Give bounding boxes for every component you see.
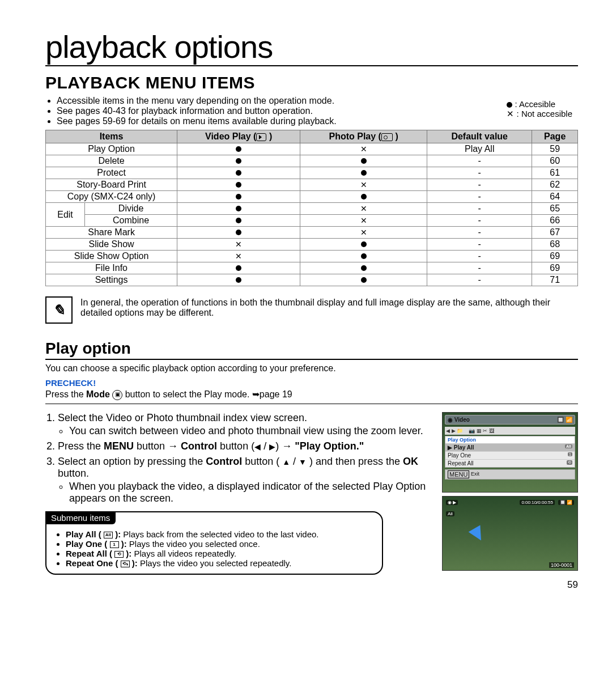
file-number: 100-0001 bbox=[549, 562, 574, 568]
cross-icon: ✕ bbox=[300, 227, 427, 239]
cross-icon: ✕ bbox=[300, 203, 427, 215]
note-block: ✎ In general, the operation of functions… bbox=[45, 296, 578, 324]
dot-icon bbox=[236, 194, 241, 200]
submenu-item: Repeat All ( ⟲ ): Plays all videos repea… bbox=[66, 549, 373, 558]
cell-item: Divide bbox=[85, 203, 177, 215]
up-arrow-icon: ▲ bbox=[282, 457, 290, 466]
cross-icon: ✕ bbox=[177, 239, 300, 251]
dot-icon bbox=[236, 265, 241, 271]
section-heading: PLAYBACK MENU ITEMS bbox=[45, 73, 578, 92]
left-arrow-icon: ◀ bbox=[254, 442, 261, 451]
cell-page: 69 bbox=[532, 262, 578, 274]
shot-exit-bar: MENU MENU ExitExit bbox=[445, 469, 575, 480]
cell-default: - bbox=[427, 262, 532, 274]
cell-default: - bbox=[427, 203, 532, 215]
dot-icon bbox=[236, 206, 241, 211]
dot-icon bbox=[236, 170, 241, 176]
page-number: 59 bbox=[45, 579, 578, 591]
screenshot-menu: ◉ Video🔲 📶 ◀ ▶ 📁 📷 ▦ ✂ 🖼 Play Option ▶ P… bbox=[442, 412, 578, 493]
submenu-item: Play All ( All ): Plays back from the se… bbox=[66, 529, 373, 539]
cell-default: - bbox=[427, 239, 532, 251]
th-photo: Photo Play ( ) bbox=[300, 130, 427, 143]
cell-item: Combine bbox=[85, 215, 177, 227]
cross-icon: ✕ bbox=[177, 251, 300, 262]
cell-page: 62 bbox=[532, 179, 578, 191]
page-title: playback options bbox=[45, 28, 578, 66]
intro-item: See pages 40-43 for playback information… bbox=[57, 106, 578, 116]
shot-title: ◉ Video🔲 📶 bbox=[445, 415, 575, 425]
dot-icon bbox=[507, 102, 512, 108]
submenu-item: Repeat One ( ⟲₁ ): Plays the video you s… bbox=[66, 558, 373, 568]
right-arrow-icon: ▶ bbox=[269, 442, 275, 451]
step-3: Select an option by pressing the Control… bbox=[58, 456, 437, 504]
cell-page: 67 bbox=[532, 227, 578, 239]
cell-item: Slide Show bbox=[46, 239, 177, 251]
cell-item: Settings bbox=[46, 274, 177, 286]
video-icon bbox=[256, 133, 266, 141]
dot-icon bbox=[236, 158, 241, 164]
menu-table: Items Video Play ( ) Photo Play ( ) Defa… bbox=[45, 130, 578, 286]
step-3-sub: When you playback the video, a displayed… bbox=[69, 481, 437, 504]
legend: : Accesible ✕ : Not accesible bbox=[507, 99, 572, 119]
shot-menu-option-selected: ▶ Play AllAll bbox=[445, 443, 575, 451]
dot-icon bbox=[361, 194, 367, 200]
dot-icon bbox=[361, 253, 367, 259]
cell-default: - bbox=[427, 215, 532, 227]
cell-page: 65 bbox=[532, 203, 578, 215]
step-1-sub: You can switch between video and photo t… bbox=[69, 425, 437, 437]
submenu-tag: Submenu items bbox=[45, 511, 116, 524]
battery-icon: 🔲 📶 bbox=[558, 500, 574, 505]
cell-page: 61 bbox=[532, 167, 578, 179]
note-text: In general, the operation of functions i… bbox=[80, 296, 578, 324]
intro-item: See pages 59-69 for details on menu item… bbox=[57, 116, 578, 126]
precheck-label: PRECHECK! bbox=[45, 378, 578, 388]
dot-icon bbox=[236, 218, 241, 223]
mode-instruction: Press the Mode ▣ button to select the Pl… bbox=[45, 389, 578, 404]
cell-item: File Info bbox=[46, 262, 177, 274]
cell-page: 59 bbox=[532, 143, 578, 155]
down-arrow-icon: ▼ bbox=[299, 457, 307, 466]
play-indicator-icon: ◉ ▶ bbox=[446, 500, 458, 505]
th-page: Page bbox=[532, 130, 578, 143]
dot-icon bbox=[361, 277, 367, 283]
dot-icon bbox=[236, 230, 241, 235]
cell-default: - bbox=[427, 251, 532, 262]
cell-default: - bbox=[427, 155, 532, 167]
cell-item: Delete bbox=[46, 155, 177, 167]
dot-icon bbox=[361, 170, 367, 176]
cell-item: Share Mark bbox=[46, 227, 177, 239]
step-1: Select the Video or Photo thumbnail inde… bbox=[58, 412, 437, 437]
steps-list: Select the Video or Photo thumbnail inde… bbox=[45, 412, 437, 504]
note-icon: ✎ bbox=[45, 296, 73, 324]
cell-page: 66 bbox=[532, 215, 578, 227]
photo-icon bbox=[381, 133, 393, 141]
th-video: Video Play ( ) bbox=[177, 130, 300, 143]
shot-menu-option: Play One1 bbox=[445, 451, 575, 459]
play-mode-badge: All bbox=[446, 511, 454, 516]
play-one-icon: 1 bbox=[110, 541, 119, 548]
repeat-one-icon: ⟲₁ bbox=[121, 561, 130, 567]
cell-page: 69 bbox=[532, 251, 578, 262]
submenu-item: Play One ( 1 ): Plays the video you sele… bbox=[66, 539, 373, 549]
cell-item: Copy (SMX-C24 only) bbox=[46, 191, 177, 203]
dot-icon bbox=[361, 265, 367, 271]
screenshot-playback: ◉ ▶ 0:00:10/0:00:55 🔲 📶 All 100-0001 bbox=[442, 496, 578, 571]
intro-list: Accessible items in the menu vary depend… bbox=[45, 96, 578, 126]
th-default: Default value bbox=[427, 130, 532, 143]
cell-item: Play Option bbox=[46, 143, 177, 155]
play-option-desc: You can choose a specific playback optio… bbox=[45, 363, 578, 374]
play-all-icon: All bbox=[104, 532, 113, 538]
dot-icon bbox=[361, 158, 367, 164]
legend-not-accessible: : Not accesible bbox=[517, 109, 572, 118]
cell-default: - bbox=[427, 167, 532, 179]
intro-item: Accessible items in the menu vary depend… bbox=[57, 96, 578, 106]
cell-default: - bbox=[427, 227, 532, 239]
cell-default: - bbox=[427, 179, 532, 191]
shot-menu-panel: Play Option ▶ Play AllAll Play One1 Repe… bbox=[445, 436, 575, 468]
timestamp: 0:00:10/0:00:55 bbox=[520, 500, 555, 505]
cell-default: - bbox=[427, 274, 532, 286]
submenu-box: Submenu items Play All ( All ): Plays ba… bbox=[45, 511, 383, 575]
dot-icon bbox=[236, 277, 241, 283]
dot-icon bbox=[236, 182, 241, 188]
cell-edit: Edit bbox=[46, 203, 85, 227]
